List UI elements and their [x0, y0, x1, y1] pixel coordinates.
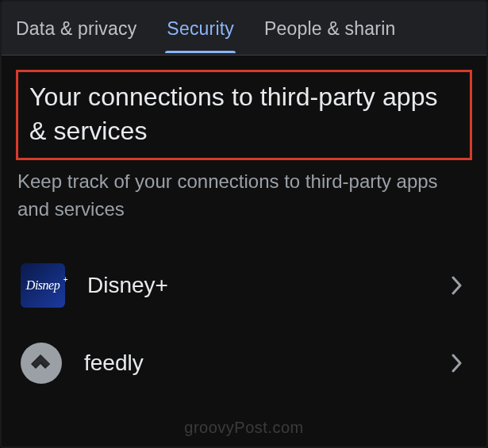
app-label: feedly — [84, 350, 429, 376]
app-label: Disney+ — [87, 273, 429, 298]
app-item-disney[interactable]: Disnep+ Disney+ — [16, 246, 472, 325]
disney-plus-icon: Disnep+ — [21, 263, 65, 308]
section-title-highlight: Your connections to third-party apps & s… — [16, 70, 472, 160]
section-title: Your connections to third-party apps & s… — [29, 80, 459, 148]
tab-data-privacy[interactable]: Data & privacy — [8, 4, 144, 52]
tab-security[interactable]: Security — [159, 4, 242, 52]
apps-list: Disnep+ Disney+ feedly — [16, 246, 472, 401]
tab-bar: Data & privacy Security People & sharin — [2, 2, 486, 56]
app-item-feedly[interactable]: feedly — [16, 325, 472, 401]
chevron-right-icon — [451, 276, 463, 295]
tab-people-sharing[interactable]: People & sharin — [256, 4, 403, 52]
feedly-icon — [21, 343, 62, 384]
chevron-right-icon — [451, 354, 463, 373]
section-description: Keep track of your connections to third-… — [16, 168, 472, 224]
content-area: Your connections to third-party apps & s… — [2, 56, 486, 401]
watermark: groovyPost.com — [184, 419, 303, 437]
